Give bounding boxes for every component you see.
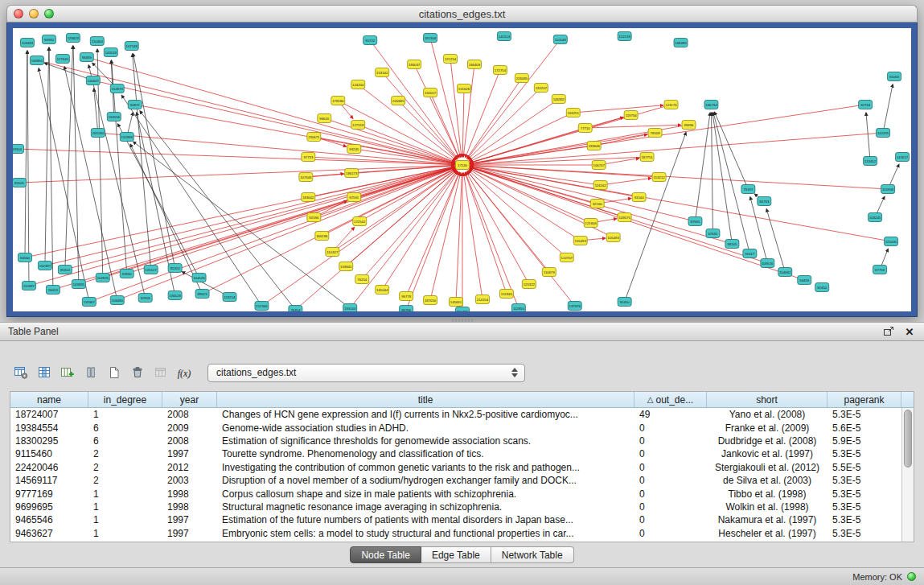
graph-node[interactable]: 104662 bbox=[778, 268, 792, 277]
graph-node[interactable]: 107548 bbox=[125, 42, 138, 51]
graph-edge[interactable] bbox=[398, 101, 457, 159]
graph-node[interactable]: 121035 bbox=[885, 237, 898, 246]
column-header-pagerank[interactable]: pagerank bbox=[827, 392, 901, 407]
graph-node[interactable]: 186173 bbox=[345, 169, 359, 178]
graph-edge[interactable] bbox=[133, 54, 175, 268]
graph-edge[interactable] bbox=[467, 78, 522, 159]
graph-node[interactable]: 127440 bbox=[55, 55, 69, 64]
graph-node[interactable]: 132017 bbox=[424, 89, 437, 97]
graph-edge[interactable] bbox=[103, 167, 455, 278]
column-header-name[interactable]: name bbox=[10, 392, 88, 407]
table-row[interactable]: 1938455462009Genome-wide association stu… bbox=[10, 421, 901, 434]
graph-edge[interactable] bbox=[27, 51, 29, 286]
tab-edge-table[interactable]: Edge Table bbox=[421, 546, 491, 563]
graph-node[interactable]: 98145 bbox=[725, 240, 739, 249]
graph-node[interactable]: 92958 bbox=[138, 294, 152, 303]
graph-node[interactable]: 113452 bbox=[864, 157, 877, 166]
graph-edge[interactable] bbox=[601, 178, 651, 185]
graph-edge[interactable] bbox=[73, 46, 79, 284]
graph-node[interactable]: 226085 bbox=[515, 74, 528, 83]
graph-edge[interactable] bbox=[45, 47, 49, 266]
graph-node[interactable]: 110548 bbox=[553, 35, 567, 44]
graph-node[interactable]: 178180 bbox=[331, 97, 345, 105]
graph-node[interactable]: 121176 bbox=[664, 101, 678, 109]
graph-node[interactable]: 96839 bbox=[80, 53, 93, 62]
graph-node[interactable]: 125527 bbox=[144, 266, 158, 274]
graph-edge[interactable] bbox=[463, 64, 474, 157]
graph-node[interactable]: 91544 bbox=[632, 193, 646, 202]
graph-node[interactable]: 155958 bbox=[881, 185, 895, 194]
column-header-title[interactable]: title bbox=[217, 392, 634, 407]
graph-edge[interactable] bbox=[130, 144, 202, 294]
graph-edge[interactable] bbox=[332, 170, 455, 252]
column-header-in-degree[interactable]: in_degree bbox=[88, 392, 162, 407]
graph-node[interactable]: 183646 bbox=[587, 142, 601, 150]
graph-node[interactable]: 187050 bbox=[424, 296, 437, 305]
delete-column-icon[interactable] bbox=[126, 362, 148, 383]
graph-node[interactable]: 151626 bbox=[458, 84, 471, 93]
add-column-icon[interactable] bbox=[56, 362, 78, 383]
graph-node[interactable]: 110679 bbox=[542, 268, 556, 277]
graph-node[interactable]: 78508 bbox=[648, 129, 662, 138]
graph-edge[interactable] bbox=[29, 167, 454, 286]
graph-node[interactable]: 168489 bbox=[674, 39, 688, 47]
graph-node[interactable]: 153142 bbox=[376, 68, 389, 77]
graph-edge[interactable] bbox=[87, 57, 455, 163]
graph-node[interactable]: 88623 bbox=[195, 290, 209, 299]
table-row[interactable]: 1456911722003Disruption of a novel membe… bbox=[10, 474, 901, 487]
graph-node[interactable]: 166186 bbox=[315, 232, 329, 241]
graph-edge[interactable] bbox=[65, 46, 73, 270]
close-panel-icon[interactable]: ✕ bbox=[903, 325, 916, 338]
graph-node[interactable]: 104529 bbox=[192, 274, 206, 282]
table-row[interactable]: 977716911998Corpus callosum shape and si… bbox=[10, 487, 901, 500]
graph-node[interactable]: 118367 bbox=[82, 298, 96, 307]
graph-node[interactable]: 128423 bbox=[66, 34, 80, 43]
graph-node[interactable]: 141514 bbox=[497, 32, 511, 41]
graph-node[interactable]: 96620 bbox=[318, 114, 331, 123]
graph-edge[interactable] bbox=[127, 167, 455, 274]
graph-node[interactable]: 67691 bbox=[706, 229, 720, 238]
graph-node[interactable]: 132207 bbox=[534, 84, 548, 93]
graph-edge[interactable] bbox=[470, 133, 883, 164]
graph-node[interactable]: 220685 bbox=[392, 97, 405, 105]
show-columns-icon[interactable] bbox=[33, 362, 55, 383]
graph-node[interactable]: 85324 bbox=[168, 264, 182, 273]
graph-node[interactable]: 118214 bbox=[223, 293, 236, 302]
graph-node[interactable]: 149575 bbox=[618, 213, 631, 222]
graph-node[interactable]: 106747 bbox=[592, 161, 606, 170]
graph-node[interactable]: 152873 bbox=[110, 84, 124, 93]
graph-node[interactable]: 76354 bbox=[289, 306, 302, 312]
table-row[interactable]: 946554611997Estimation of the future num… bbox=[10, 513, 901, 526]
graph-node[interactable]: 151845 bbox=[499, 290, 513, 299]
graph-edge[interactable] bbox=[713, 113, 732, 244]
function-builder-icon[interactable]: f(x) bbox=[173, 362, 195, 383]
graph-edge[interactable] bbox=[64, 67, 117, 300]
graph-node[interactable]: 137976 bbox=[568, 302, 581, 311]
column-header-short[interactable]: short bbox=[707, 392, 827, 407]
graph-node[interactable]: 121606 bbox=[584, 219, 598, 228]
graph-node[interactable]: 122707 bbox=[560, 253, 573, 262]
graph-node[interactable]: 91617 bbox=[743, 249, 757, 258]
graph-node[interactable]: 94560 bbox=[18, 253, 31, 262]
tab-node-table[interactable]: Node Table bbox=[350, 546, 421, 563]
graph-node[interactable]: 163251 bbox=[566, 109, 580, 117]
graph-node[interactable]: 145691 bbox=[450, 298, 463, 307]
graph-node[interactable]: 172754 bbox=[493, 66, 507, 75]
graph-node[interactable]: 91063 bbox=[888, 72, 901, 81]
graph-node[interactable]: 103433 bbox=[20, 39, 34, 47]
graph-node[interactable]: 122139 bbox=[618, 32, 631, 41]
graph-edge[interactable] bbox=[470, 168, 591, 223]
graph-node[interactable]: 102825 bbox=[96, 274, 109, 282]
table-row[interactable]: 2242004622012Investigating the contribut… bbox=[10, 461, 901, 474]
graph-node[interactable]: 97733 bbox=[302, 153, 315, 162]
graph-node[interactable]: 94930 bbox=[42, 35, 55, 44]
new-document-icon[interactable] bbox=[103, 362, 125, 383]
graph-edge[interactable] bbox=[25, 167, 454, 257]
graph-node[interactable]: 136528 bbox=[168, 291, 182, 300]
graph-node[interactable]: 112850 bbox=[511, 304, 525, 312]
graph-edge[interactable] bbox=[140, 111, 295, 310]
graph-node[interactable]: 98496 bbox=[682, 121, 696, 130]
graph-node[interactable]: 187751 bbox=[640, 153, 654, 162]
network-window-titlebar[interactable]: citations_edges.txt bbox=[6, 5, 918, 23]
graph-node[interactable]: 121254 bbox=[444, 55, 458, 64]
